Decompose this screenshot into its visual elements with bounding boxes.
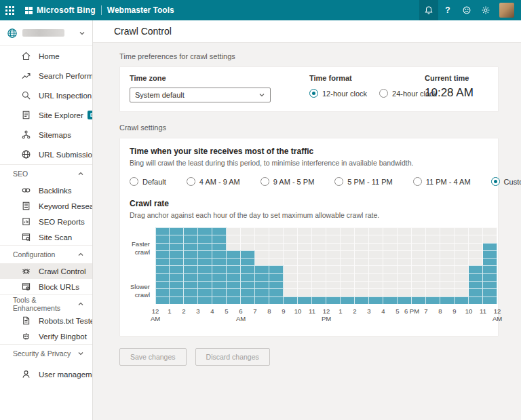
- crawl-cell[interactable]: [355, 243, 369, 250]
- hour-column-5-am[interactable]: [227, 227, 241, 304]
- notifications-button[interactable]: [419, 0, 438, 20]
- crawl-cell[interactable]: [412, 265, 426, 273]
- crawl-cell[interactable]: [355, 273, 369, 281]
- crawl-cell[interactable]: [184, 250, 198, 258]
- crawl-cell[interactable]: [341, 281, 355, 288]
- crawl-cell[interactable]: [227, 250, 241, 258]
- crawl-cell[interactable]: [426, 288, 440, 296]
- crawl-cell[interactable]: [212, 297, 227, 304]
- sidebar-item-robots-txt-tester[interactable]: Robots.txt Tester: [0, 313, 92, 328]
- crawl-cell[interactable]: [469, 258, 483, 265]
- crawl-cell[interactable]: [455, 281, 469, 288]
- crawl-cell[interactable]: [184, 243, 198, 250]
- crawl-cell[interactable]: [341, 273, 355, 281]
- hour-column-8-am[interactable]: [269, 227, 284, 304]
- crawl-cell[interactable]: [369, 235, 383, 242]
- crawl-cell[interactable]: [398, 281, 412, 288]
- sidebar-item-site-explorer[interactable]: Site ExplorerBETA: [0, 105, 92, 125]
- crawl-cell[interactable]: [255, 288, 269, 296]
- crawl-cell[interactable]: [398, 258, 412, 265]
- crawl-cell[interactable]: [440, 273, 455, 281]
- crawl-cell[interactable]: [184, 273, 198, 281]
- crawl-cell[interactable]: [212, 265, 227, 273]
- crawl-cell[interactable]: [241, 273, 255, 281]
- hour-column-3-am[interactable]: [198, 227, 212, 304]
- crawl-cell[interactable]: [426, 281, 440, 288]
- crawl-cell[interactable]: [355, 281, 369, 288]
- traffic-time-radio-11-pm-4-am[interactable]: 11 PM - 4 AM: [413, 177, 471, 186]
- discard-changes-button[interactable]: Discard changes: [195, 348, 270, 366]
- crawl-cell[interactable]: [455, 288, 469, 296]
- crawl-cell[interactable]: [383, 273, 398, 281]
- crawl-cell[interactable]: [326, 288, 341, 296]
- crawl-cell[interactable]: [184, 235, 198, 242]
- crawl-cell[interactable]: [383, 288, 398, 296]
- crawl-cell[interactable]: [227, 297, 241, 304]
- crawl-cell[interactable]: [341, 297, 355, 304]
- crawl-cell[interactable]: [269, 288, 284, 296]
- crawl-cell[interactable]: [212, 258, 227, 265]
- crawl-cell[interactable]: [355, 227, 369, 235]
- crawl-cell[interactable]: [269, 243, 284, 250]
- crawl-cell[interactable]: [455, 265, 469, 273]
- crawl-cell[interactable]: [426, 265, 440, 273]
- brand-suite[interactable]: Webmaster Tools: [107, 5, 174, 15]
- hour-column-3-pm[interactable]: [369, 227, 383, 304]
- crawl-cell[interactable]: [269, 235, 284, 242]
- crawl-cell[interactable]: [198, 250, 212, 258]
- crawl-cell[interactable]: [298, 235, 312, 242]
- crawl-cell[interactable]: [483, 235, 497, 242]
- crawl-cell[interactable]: [170, 273, 184, 281]
- crawl-cell[interactable]: [326, 273, 341, 281]
- time-zone-select[interactable]: System default: [130, 88, 271, 102]
- crawl-cell[interactable]: [312, 265, 326, 273]
- crawl-cell[interactable]: [469, 250, 483, 258]
- hour-column-5-pm[interactable]: [398, 227, 412, 304]
- crawl-cell[interactable]: [483, 227, 497, 235]
- crawl-cell[interactable]: [170, 265, 184, 273]
- crawl-cell[interactable]: [312, 227, 326, 235]
- crawl-cell[interactable]: [184, 288, 198, 296]
- crawl-rate-grid[interactable]: [155, 227, 497, 304]
- crawl-cell[interactable]: [383, 281, 398, 288]
- crawl-cell[interactable]: [198, 288, 212, 296]
- crawl-cell[interactable]: [369, 258, 383, 265]
- hour-column-2-am[interactable]: [184, 227, 198, 304]
- crawl-cell[interactable]: [184, 297, 198, 304]
- crawl-cell[interactable]: [440, 281, 455, 288]
- crawl-cell[interactable]: [426, 297, 440, 304]
- crawl-cell[interactable]: [355, 258, 369, 265]
- crawl-cell[interactable]: [155, 281, 170, 288]
- crawl-cell[interactable]: [198, 265, 212, 273]
- crawl-cell[interactable]: [212, 227, 227, 235]
- crawl-cell[interactable]: [298, 273, 312, 281]
- crawl-cell[interactable]: [269, 273, 284, 281]
- feedback-button[interactable]: [457, 0, 476, 20]
- crawl-cell[interactable]: [269, 227, 284, 235]
- sidebar-item-backlinks[interactable]: Backlinks: [0, 183, 92, 198]
- crawl-cell[interactable]: [284, 288, 298, 296]
- crawl-cell[interactable]: [184, 258, 198, 265]
- crawl-cell[interactable]: [170, 243, 184, 250]
- crawl-cell[interactable]: [255, 258, 269, 265]
- crawl-cell[interactable]: [483, 281, 497, 288]
- crawl-cell[interactable]: [198, 243, 212, 250]
- crawl-cell[interactable]: [241, 297, 255, 304]
- crawl-cell[interactable]: [241, 227, 255, 235]
- crawl-cell[interactable]: [284, 258, 298, 265]
- crawl-cell[interactable]: [284, 235, 298, 242]
- crawl-cell[interactable]: [170, 235, 184, 242]
- hour-column-2-pm[interactable]: [355, 227, 369, 304]
- crawl-cell[interactable]: [412, 281, 426, 288]
- crawl-cell[interactable]: [483, 258, 497, 265]
- crawl-cell[interactable]: [170, 288, 184, 296]
- crawl-cell[interactable]: [298, 297, 312, 304]
- crawl-cell[interactable]: [369, 281, 383, 288]
- section-header-seo[interactable]: SEO: [0, 165, 92, 183]
- crawl-cell[interactable]: [426, 243, 440, 250]
- crawl-cell[interactable]: [198, 258, 212, 265]
- crawl-cell[interactable]: [455, 227, 469, 235]
- traffic-time-radio-9-am-5-pm[interactable]: 9 AM - 5 PM: [260, 177, 315, 186]
- crawl-cell[interactable]: [469, 235, 483, 242]
- crawl-cell[interactable]: [155, 227, 170, 235]
